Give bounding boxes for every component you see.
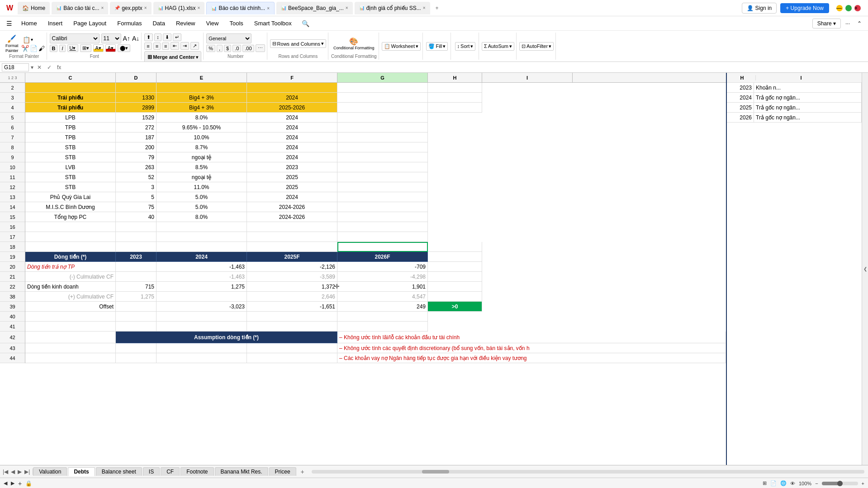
close-tab6-icon[interactable]: × bbox=[423, 5, 426, 10]
cell-f21[interactable]: -3,589 bbox=[247, 272, 337, 282]
font-color-btn[interactable]: A▾ bbox=[105, 44, 116, 52]
cell-d44[interactable] bbox=[116, 353, 157, 363]
cell-c6[interactable]: TPB bbox=[25, 123, 116, 133]
sheet-tab-footnote[interactable]: Footnote bbox=[180, 467, 213, 476]
thousands-btn[interactable]: , bbox=[217, 45, 223, 52]
cell-d20[interactable] bbox=[116, 262, 157, 272]
cell-d5[interactable]: 1529 bbox=[116, 113, 157, 123]
cell-g11[interactable] bbox=[337, 172, 428, 182]
align-top-btn[interactable]: ⬆ bbox=[144, 33, 153, 41]
cell-g40[interactable] bbox=[337, 312, 428, 322]
cell-e16[interactable] bbox=[157, 222, 247, 232]
cell-c43[interactable] bbox=[25, 343, 116, 353]
autosum-btn[interactable]: Σ AutoSum ▾ bbox=[482, 42, 514, 51]
paste-btn[interactable]: 📋▾ bbox=[21, 36, 45, 44]
cell-g12[interactable] bbox=[337, 182, 428, 192]
cell-e40[interactable] bbox=[157, 312, 247, 322]
ribbon-nav-view[interactable]: View bbox=[202, 18, 223, 28]
align-center-btn[interactable]: ≡ bbox=[153, 43, 161, 50]
collapse-ribbon-btn[interactable]: ⌃ bbox=[854, 19, 864, 28]
decrease-indent-btn[interactable]: ⇤ bbox=[171, 42, 179, 50]
cell-d2[interactable] bbox=[116, 83, 157, 93]
tab-home[interactable]: 🏠 Home bbox=[18, 2, 50, 14]
cell-f12[interactable]: 2025 bbox=[247, 182, 337, 192]
cell-c39[interactable]: Offset bbox=[25, 302, 116, 312]
zoom-in-btn[interactable]: + bbox=[862, 481, 864, 486]
cell-f7[interactable]: 2024 bbox=[247, 133, 337, 142]
ribbon-nav-review[interactable]: Review bbox=[171, 18, 200, 28]
cell-f16[interactable] bbox=[247, 222, 337, 232]
cell-d3[interactable]: 1330 bbox=[116, 93, 157, 103]
cell-f14[interactable]: 2024-2026 bbox=[247, 202, 337, 212]
cell-d13[interactable]: 5 bbox=[116, 192, 157, 202]
percent-btn[interactable]: % bbox=[206, 45, 215, 52]
cell-c13[interactable]: Phủ Quỳ Gia Lai bbox=[25, 192, 116, 202]
align-bottom-btn[interactable]: ⬇ bbox=[163, 33, 171, 41]
cell-e18[interactable] bbox=[157, 242, 247, 252]
cell-d22[interactable]: 715 bbox=[116, 282, 157, 292]
sheet-tab-cf[interactable]: CF bbox=[161, 467, 180, 476]
number-format-select[interactable]: General bbox=[206, 33, 251, 43]
cell-f2[interactable] bbox=[247, 83, 337, 93]
cell-d43[interactable] bbox=[116, 343, 157, 353]
format-copy-icon[interactable]: 🖌 bbox=[38, 45, 45, 52]
cell-h2[interactable] bbox=[428, 83, 482, 93]
cell-d40[interactable] bbox=[116, 312, 157, 322]
cell-g7[interactable] bbox=[337, 133, 428, 142]
bold-btn[interactable]: B bbox=[50, 45, 58, 52]
cell-d10[interactable]: 263 bbox=[116, 162, 157, 172]
cell-g5[interactable] bbox=[337, 113, 428, 123]
fill-color-btn[interactable]: A▾ bbox=[93, 44, 104, 52]
cell-g38[interactable]: 4,547 bbox=[337, 292, 428, 302]
cell-c18[interactable] bbox=[25, 242, 116, 252]
cell-f38[interactable]: 2,646 bbox=[247, 292, 337, 302]
cell-g6[interactable] bbox=[337, 123, 428, 133]
cell-c22[interactable]: Dòng tiền kinh doanh bbox=[25, 282, 116, 292]
cell-h39[interactable]: >0 bbox=[428, 302, 482, 312]
cell-d11[interactable]: 52 bbox=[116, 172, 157, 182]
cell-c44[interactable] bbox=[25, 353, 116, 363]
zoom-out-btn[interactable]: − bbox=[815, 481, 818, 486]
col-header-h[interactable]: H bbox=[428, 73, 482, 82]
cell-g44[interactable]: – Các khoản vay nợ Ngân hàng tiếp tục đư… bbox=[337, 353, 726, 363]
page-view-icon[interactable]: 📄 bbox=[770, 480, 777, 486]
cell-g41[interactable] bbox=[337, 322, 428, 332]
cell-c38[interactable]: (+) Culmulative CF bbox=[25, 292, 116, 302]
h-scrollbar[interactable] bbox=[312, 470, 864, 474]
close-tab5-icon[interactable]: × bbox=[346, 5, 348, 10]
menu-icon[interactable]: ☰ bbox=[4, 20, 15, 27]
italic-btn[interactable]: I bbox=[59, 45, 65, 52]
next-sheet-btn[interactable]: ▶ bbox=[17, 469, 23, 475]
cell-f9[interactable]: 2024 bbox=[247, 152, 337, 162]
right-cell-year2[interactable]: 2024 bbox=[727, 93, 754, 102]
cell-h4[interactable] bbox=[428, 103, 482, 113]
copy-icon[interactable]: 📄 bbox=[30, 45, 38, 52]
cell-e4[interactable]: Big4 + 3% bbox=[157, 103, 247, 113]
right-cell-year3[interactable]: 2025 bbox=[727, 103, 754, 112]
cell-e38[interactable] bbox=[157, 292, 247, 302]
cell-h20[interactable] bbox=[428, 262, 482, 272]
cell-d39[interactable] bbox=[116, 302, 157, 312]
cell-c42[interactable] bbox=[25, 332, 116, 343]
sign-in-btn[interactable]: 👤 Sign in bbox=[742, 3, 777, 14]
cell-c11[interactable]: STB bbox=[25, 172, 116, 182]
zoom-slider-thumb[interactable] bbox=[837, 481, 843, 486]
cell-g9[interactable] bbox=[337, 152, 428, 162]
cell-g22[interactable]: 1,901 bbox=[337, 282, 428, 292]
cell-g42[interactable]: – Không ước tính lãi/lỗ các khoản đầu tư… bbox=[337, 332, 726, 343]
conditional-formatting-btn[interactable]: 🎨 Conditional Formatting bbox=[332, 36, 376, 51]
grid-view-icon[interactable]: ⊞ bbox=[763, 480, 767, 486]
cell-c7[interactable]: TPB bbox=[25, 133, 116, 142]
sheet-tab-balance-sheet[interactable]: Balance sheet bbox=[96, 467, 142, 476]
add-tab-btn[interactable]: + bbox=[432, 5, 442, 11]
cell-h3[interactable] bbox=[428, 93, 482, 103]
more-options-btn[interactable]: ··· bbox=[843, 19, 853, 28]
col-header-e[interactable]: E bbox=[157, 73, 247, 82]
share-btn[interactable]: Share ▾ bbox=[812, 19, 841, 28]
decrease-font-icon[interactable]: A↓ bbox=[132, 35, 139, 42]
right-cell-year4[interactable]: 2026 bbox=[727, 113, 754, 122]
cell-d8[interactable]: 200 bbox=[116, 142, 157, 152]
close-tab1-icon[interactable]: × bbox=[101, 5, 104, 10]
ribbon-nav-data[interactable]: Data bbox=[148, 18, 169, 28]
cell-f41[interactable] bbox=[247, 322, 337, 332]
